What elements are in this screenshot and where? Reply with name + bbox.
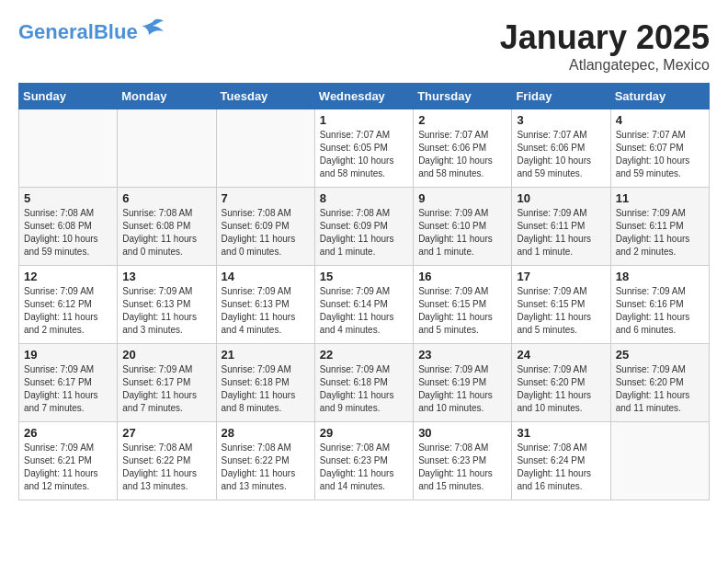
- calendar-cell: 7Sunrise: 7:08 AMSunset: 6:09 PMDaylight…: [216, 188, 314, 266]
- day-number: 29: [320, 426, 408, 440]
- calendar-cell: 3Sunrise: 7:07 AMSunset: 6:06 PMDaylight…: [512, 109, 610, 188]
- day-number: 27: [122, 426, 210, 440]
- day-info: Sunrise: 7:09 AMSunset: 6:11 PMDaylight:…: [616, 207, 704, 259]
- day-info: Sunrise: 7:08 AMSunset: 6:08 PMDaylight:…: [24, 207, 112, 259]
- calendar-cell: 6Sunrise: 7:08 AMSunset: 6:08 PMDaylight…: [118, 188, 216, 266]
- calendar-cell: 17Sunrise: 7:09 AMSunset: 6:15 PMDayligh…: [512, 266, 610, 344]
- day-number: 3: [517, 113, 605, 127]
- day-number: 18: [616, 270, 704, 283]
- calendar-cell: 8Sunrise: 7:08 AMSunset: 6:09 PMDaylight…: [314, 188, 413, 266]
- calendar-week-row: 5Sunrise: 7:08 AMSunset: 6:08 PMDaylight…: [19, 188, 710, 266]
- day-info: Sunrise: 7:09 AMSunset: 6:13 PMDaylight:…: [222, 285, 310, 337]
- day-info: Sunrise: 7:09 AMSunset: 6:20 PMDaylight:…: [517, 363, 605, 415]
- calendar-cell: 13Sunrise: 7:09 AMSunset: 6:13 PMDayligh…: [118, 266, 216, 344]
- calendar-cell: 16Sunrise: 7:09 AMSunset: 6:15 PMDayligh…: [414, 266, 512, 344]
- day-number: 20: [122, 348, 210, 362]
- day-info: Sunrise: 7:09 AMSunset: 6:13 PMDaylight:…: [122, 285, 210, 337]
- day-number: 12: [24, 270, 112, 283]
- day-number: 25: [616, 348, 704, 362]
- day-info: Sunrise: 7:08 AMSunset: 6:09 PMDaylight:…: [320, 207, 408, 259]
- day-info: Sunrise: 7:09 AMSunset: 6:12 PMDaylight:…: [24, 285, 112, 337]
- day-info: Sunrise: 7:09 AMSunset: 6:21 PMDaylight:…: [24, 442, 112, 493]
- calendar-cell: [610, 422, 709, 500]
- day-number: 22: [320, 348, 408, 362]
- day-number: 19: [24, 348, 112, 362]
- day-info: Sunrise: 7:09 AMSunset: 6:18 PMDaylight:…: [222, 363, 310, 415]
- calendar-cell: 14Sunrise: 7:09 AMSunset: 6:13 PMDayligh…: [216, 266, 314, 344]
- day-info: Sunrise: 7:09 AMSunset: 6:11 PMDaylight:…: [517, 207, 605, 259]
- calendar-header-row: SundayMondayTuesdayWednesdayThursdayFrid…: [19, 84, 710, 109]
- day-info: Sunrise: 7:09 AMSunset: 6:10 PMDaylight:…: [418, 207, 506, 259]
- day-number: 9: [418, 191, 506, 205]
- day-number: 2: [418, 113, 506, 127]
- calendar-cell: 27Sunrise: 7:08 AMSunset: 6:22 PMDayligh…: [118, 422, 216, 500]
- calendar-cell: 22Sunrise: 7:09 AMSunset: 6:18 PMDayligh…: [314, 344, 413, 422]
- day-header-tuesday: Tuesday: [216, 84, 314, 109]
- day-info: Sunrise: 7:09 AMSunset: 6:18 PMDaylight:…: [320, 363, 408, 415]
- calendar-cell: 26Sunrise: 7:09 AMSunset: 6:21 PMDayligh…: [19, 422, 118, 500]
- calendar-table: SundayMondayTuesdayWednesdayThursdayFrid…: [18, 83, 710, 500]
- day-info: Sunrise: 7:08 AMSunset: 6:22 PMDaylight:…: [222, 442, 310, 493]
- day-number: 1: [320, 113, 408, 127]
- calendar-cell: 4Sunrise: 7:07 AMSunset: 6:07 PMDaylight…: [610, 109, 709, 188]
- day-info: Sunrise: 7:08 AMSunset: 6:09 PMDaylight:…: [222, 207, 310, 259]
- day-number: 6: [122, 191, 210, 205]
- calendar-cell: 2Sunrise: 7:07 AMSunset: 6:06 PMDaylight…: [414, 109, 512, 188]
- day-header-friday: Friday: [512, 84, 610, 109]
- day-number: 7: [222, 191, 310, 205]
- logo: GeneralBlue: [18, 18, 165, 46]
- day-info: Sunrise: 7:09 AMSunset: 6:20 PMDaylight:…: [616, 363, 704, 415]
- day-header-monday: Monday: [118, 84, 216, 109]
- calendar-cell: 5Sunrise: 7:08 AMSunset: 6:08 PMDaylight…: [19, 188, 118, 266]
- day-info: Sunrise: 7:07 AMSunset: 6:06 PMDaylight:…: [418, 129, 506, 180]
- calendar-week-row: 1Sunrise: 7:07 AMSunset: 6:05 PMDaylight…: [19, 109, 710, 188]
- day-info: Sunrise: 7:09 AMSunset: 6:15 PMDaylight:…: [517, 285, 605, 337]
- day-info: Sunrise: 7:09 AMSunset: 6:16 PMDaylight:…: [616, 285, 704, 337]
- day-number: 15: [320, 270, 408, 283]
- day-number: 21: [222, 348, 310, 362]
- day-info: Sunrise: 7:09 AMSunset: 6:15 PMDaylight:…: [418, 285, 506, 337]
- calendar-cell: 31Sunrise: 7:08 AMSunset: 6:24 PMDayligh…: [512, 422, 610, 500]
- day-info: Sunrise: 7:08 AMSunset: 6:22 PMDaylight:…: [122, 442, 210, 493]
- day-header-saturday: Saturday: [610, 84, 709, 109]
- calendar-cell: 1Sunrise: 7:07 AMSunset: 6:05 PMDaylight…: [314, 109, 413, 188]
- day-info: Sunrise: 7:09 AMSunset: 6:14 PMDaylight:…: [320, 285, 408, 337]
- day-number: 11: [616, 191, 704, 205]
- day-number: 13: [122, 270, 210, 283]
- day-info: Sunrise: 7:07 AMSunset: 6:06 PMDaylight:…: [517, 129, 605, 180]
- day-number: 14: [222, 270, 310, 283]
- logo-text: GeneralBlue: [18, 22, 138, 42]
- calendar-cell: 11Sunrise: 7:09 AMSunset: 6:11 PMDayligh…: [610, 188, 709, 266]
- day-info: Sunrise: 7:09 AMSunset: 6:17 PMDaylight:…: [24, 363, 112, 415]
- calendar-cell: 19Sunrise: 7:09 AMSunset: 6:17 PMDayligh…: [19, 344, 118, 422]
- day-info: Sunrise: 7:09 AMSunset: 6:19 PMDaylight:…: [418, 363, 506, 415]
- calendar-cell: [19, 109, 118, 188]
- day-info: Sunrise: 7:08 AMSunset: 6:08 PMDaylight:…: [122, 207, 210, 259]
- calendar-cell: 18Sunrise: 7:09 AMSunset: 6:16 PMDayligh…: [610, 266, 709, 344]
- calendar-cell: 25Sunrise: 7:09 AMSunset: 6:20 PMDayligh…: [610, 344, 709, 422]
- day-number: 17: [517, 270, 605, 283]
- day-header-wednesday: Wednesday: [314, 84, 413, 109]
- calendar-subtitle: Atlangatepec, Mexico: [500, 57, 710, 74]
- logo-bird-icon: [140, 18, 165, 39]
- day-info: Sunrise: 7:07 AMSunset: 6:05 PMDaylight:…: [320, 129, 408, 180]
- day-number: 24: [517, 348, 605, 362]
- day-number: 10: [517, 191, 605, 205]
- calendar-cell: 20Sunrise: 7:09 AMSunset: 6:17 PMDayligh…: [118, 344, 216, 422]
- calendar-cell: 30Sunrise: 7:08 AMSunset: 6:23 PMDayligh…: [414, 422, 512, 500]
- title-block: January 2025 Atlangatepec, Mexico: [500, 18, 710, 74]
- calendar-cell: 10Sunrise: 7:09 AMSunset: 6:11 PMDayligh…: [512, 188, 610, 266]
- page-header: GeneralBlue January 2025 Atlangatepec, M…: [18, 18, 710, 74]
- day-header-thursday: Thursday: [414, 84, 512, 109]
- calendar-week-row: 26Sunrise: 7:09 AMSunset: 6:21 PMDayligh…: [19, 422, 710, 500]
- day-number: 5: [24, 191, 112, 205]
- day-info: Sunrise: 7:07 AMSunset: 6:07 PMDaylight:…: [616, 129, 704, 180]
- day-number: 30: [418, 426, 506, 440]
- calendar-cell: 29Sunrise: 7:08 AMSunset: 6:23 PMDayligh…: [314, 422, 413, 500]
- calendar-cell: 12Sunrise: 7:09 AMSunset: 6:12 PMDayligh…: [19, 266, 118, 344]
- calendar-cell: 23Sunrise: 7:09 AMSunset: 6:19 PMDayligh…: [414, 344, 512, 422]
- calendar-week-row: 19Sunrise: 7:09 AMSunset: 6:17 PMDayligh…: [19, 344, 710, 422]
- calendar-week-row: 12Sunrise: 7:09 AMSunset: 6:12 PMDayligh…: [19, 266, 710, 344]
- day-number: 28: [222, 426, 310, 440]
- calendar-cell: 21Sunrise: 7:09 AMSunset: 6:18 PMDayligh…: [216, 344, 314, 422]
